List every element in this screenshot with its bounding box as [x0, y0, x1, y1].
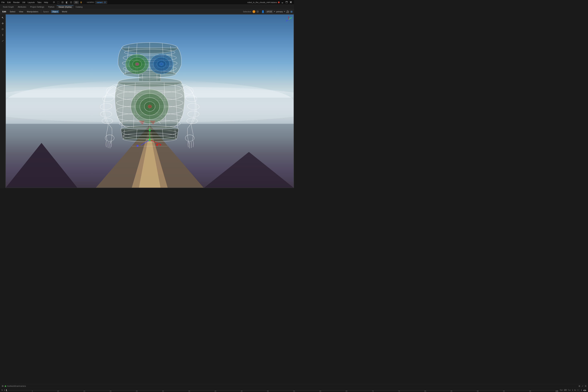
camera-button[interactable]: 🎥	[286, 10, 289, 13]
viewport[interactable]: .wf { fill: none; stroke: rgba(255,255,2…	[6, 14, 294, 188]
svg-point-68	[100, 103, 112, 110]
view-3d-button[interactable]: 3D	[74, 1, 79, 4]
left-tools-panel: ↖ ✥ ⟳ ⇕ ⤢	[0, 14, 6, 188]
separator-1	[41, 10, 41, 13]
settings-icon[interactable]: ◧	[65, 1, 68, 4]
srgb-dropdown[interactable]: sRGB	[266, 10, 273, 13]
display-button[interactable]: ⊞	[290, 10, 292, 13]
viewer-toolbar-left: Edit Select View Manipulators Space: Obj…	[2, 10, 68, 13]
svg-point-91	[288, 16, 289, 17]
sync-icon[interactable]: ⟳	[52, 1, 56, 4]
axis-gizmo	[285, 16, 292, 23]
svg-point-23	[136, 62, 139, 66]
svg-line-89	[286, 20, 288, 21]
scale-tool[interactable]: ⇕	[1, 33, 4, 37]
close-icon[interactable]: 🗙	[289, 1, 292, 4]
render-icon[interactable]: ⬚	[56, 1, 60, 4]
tab-node-graph[interactable]: Node Graph	[1, 6, 16, 8]
menu-util[interactable]: Util	[22, 1, 25, 4]
svg-marker-81	[159, 143, 162, 146]
top-bar: File Edit Render Util Layouts Tabs Help …	[0, 0, 294, 5]
tab-attributes[interactable]: Attributes	[16, 6, 28, 8]
toolbar-right: 👤 sRGB ▾ primary ▾ 🎥 ⊞	[261, 10, 292, 13]
tab-viewer-hydra[interactable]: Viewer (Hydra)	[56, 5, 74, 8]
menu-bar: File Edit Render Util Layouts Tabs Help	[2, 1, 48, 4]
svg-point-92	[286, 21, 287, 22]
title-area: robot_in_the_clouds_mk4.katana 🗕 🗖 🗙	[247, 1, 292, 4]
rotate-tool[interactable]: ⟳	[1, 27, 4, 31]
world-button[interactable]: World	[61, 10, 68, 13]
svg-point-75	[188, 111, 199, 117]
app-title: robot_in_the_clouds_mk4.katana	[247, 1, 277, 4]
menu-tabs[interactable]: Tabs	[37, 1, 42, 4]
selection-mode-icon[interactable]: ⊡	[256, 10, 259, 13]
primary-label[interactable]: primary	[276, 10, 283, 13]
svg-point-74	[187, 103, 200, 110]
svg-point-90	[291, 18, 292, 18]
maximize-icon[interactable]: 🗖	[285, 1, 288, 4]
srgb-arrow: ▾	[274, 10, 275, 13]
selection-circle[interactable]	[252, 10, 255, 13]
select-tool[interactable]: ↖	[1, 16, 4, 20]
move-tool[interactable]: ✥	[1, 22, 4, 26]
pause-button[interactable]: ⏸	[80, 1, 82, 4]
svg-point-56	[148, 105, 152, 108]
main-layout: ↖ ✥ ⟳ ⇕ ⤢ .wf {	[0, 14, 294, 188]
selection-label: Selection:	[243, 10, 252, 13]
frame-icon[interactable]: ⊟	[61, 1, 64, 4]
toolbar-icons: ⟳ ⬚ ⊟ ◧ ⊡ 3D ⏸	[52, 1, 82, 4]
camera-frame-icon[interactable]: ⊡	[70, 1, 72, 4]
svg-rect-84	[136, 145, 138, 147]
robot-wireframe-svg: .wf { fill: none; stroke: rgba(255,255,2…	[6, 14, 294, 188]
primary-arrow: ▾	[284, 10, 285, 13]
menu-layouts[interactable]: Layouts	[28, 1, 35, 4]
user-icon: 👤	[261, 10, 264, 13]
window-controls: 🗕 🗖 🗙	[281, 1, 292, 4]
variables-section: variables: variant - D	[87, 1, 107, 4]
object-button[interactable]: Object	[51, 10, 59, 13]
tab-project-settings[interactable]: Project Settings	[28, 6, 46, 8]
menu-render[interactable]: Render	[13, 1, 20, 4]
menu-edit[interactable]: Edit	[7, 1, 11, 4]
variables-label: variables:	[87, 1, 94, 3]
space-label: Space:	[43, 10, 49, 13]
view-button[interactable]: View	[18, 10, 24, 13]
edit-button[interactable]: Edit	[2, 10, 7, 13]
transform-tool[interactable]: ⤢	[1, 39, 4, 43]
svg-line-87	[288, 18, 291, 20]
manipulators-button[interactable]: Manipulators	[26, 10, 39, 13]
menu-help[interactable]: Help	[44, 1, 48, 4]
svg-rect-85	[149, 139, 151, 141]
tab-python[interactable]: Python	[46, 6, 56, 8]
tab-catalog[interactable]: Catalog	[74, 6, 84, 8]
variables-value[interactable]: variant - D	[95, 1, 107, 4]
menu-file[interactable]: File	[2, 1, 5, 4]
select-button[interactable]: Select	[9, 10, 16, 13]
selection-area: Selection: ⊡	[243, 10, 259, 13]
close-dot[interactable]	[278, 2, 280, 3]
viewer-toolbar: Edit Select View Manipulators Space: Obj…	[0, 9, 294, 14]
svg-rect-82	[156, 144, 158, 146]
tabs-row: Node Graph Attributes Project Settings P…	[0, 5, 294, 9]
minimize-icon[interactable]: 🗕	[281, 1, 284, 4]
svg-point-69	[100, 111, 112, 117]
svg-point-31	[160, 62, 163, 66]
